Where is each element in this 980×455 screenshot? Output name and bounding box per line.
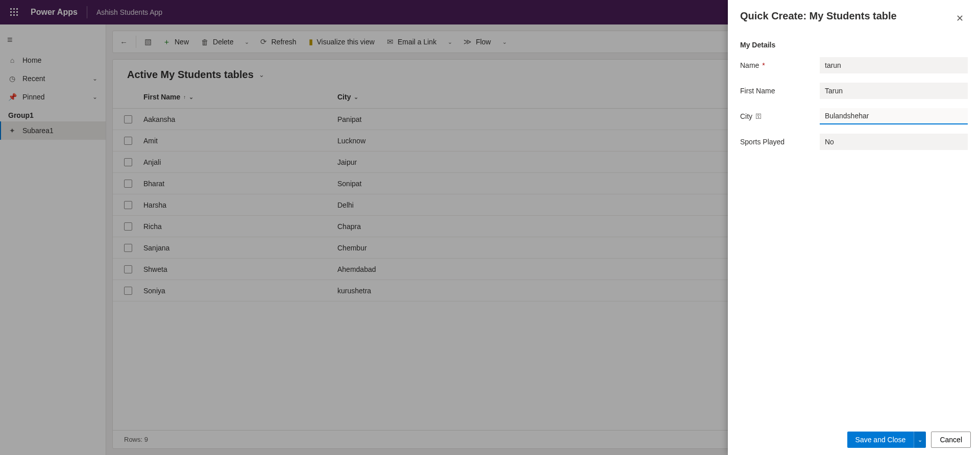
chevron-down-icon: ⌄	[244, 39, 249, 45]
cell-first-name: Bharat	[143, 180, 337, 188]
row-checkbox-cell[interactable]	[113, 180, 143, 188]
panel-section-label: My Details	[728, 31, 980, 52]
name-input[interactable]	[820, 57, 968, 73]
flow-button[interactable]: ≫ Flow	[458, 33, 496, 51]
select-all-cell[interactable]	[113, 89, 143, 105]
chevron-down-icon: ⌄	[92, 93, 97, 100]
cell-first-name: Shweta	[143, 265, 337, 273]
cell-first-name: Harsha	[143, 201, 337, 209]
name-label-text: Name	[740, 61, 759, 69]
checkbox[interactable]	[124, 137, 132, 145]
back-icon: ←	[120, 38, 128, 46]
visualize-label: Visualize this view	[317, 38, 375, 46]
nav-recent[interactable]: ◷ Recent ⌄	[0, 69, 106, 88]
svg-rect-5	[16, 11, 18, 13]
chevron-down-icon: ⌄	[354, 94, 358, 100]
row-checkbox-cell[interactable]	[113, 287, 143, 295]
city-label-text: City	[740, 112, 752, 120]
save-split-chev[interactable]: ⌄	[914, 432, 926, 448]
column-city-label: City	[337, 93, 351, 101]
row-checkbox-cell[interactable]	[113, 137, 143, 145]
nav-group-label: Group1	[0, 106, 106, 121]
svg-rect-2	[16, 8, 18, 10]
row-checkbox-cell[interactable]	[113, 158, 143, 166]
delete-split-chev[interactable]: ⌄	[240, 33, 253, 51]
email-link-label: Email a Link	[398, 38, 436, 46]
view-title: Active My Students tables	[127, 69, 254, 81]
cell-first-name: Anjali	[143, 158, 337, 166]
cancel-button[interactable]: Cancel	[931, 432, 971, 448]
back-button[interactable]: ←	[116, 33, 132, 51]
field-row-sports: Sports Played	[740, 134, 968, 150]
flow-split-chev[interactable]: ⌄	[498, 33, 511, 51]
checkbox[interactable]	[124, 287, 132, 295]
refresh-icon: ⟳	[260, 37, 267, 46]
row-checkbox-cell[interactable]	[113, 222, 143, 231]
app-title[interactable]: Power Apps	[31, 8, 78, 17]
field-row-first-name: First Name	[740, 83, 968, 99]
save-and-close-button[interactable]: Save and Close	[847, 432, 914, 448]
checkbox[interactable]	[124, 158, 132, 166]
required-asterisk: *	[762, 61, 765, 69]
field-row-city: City ⚿	[740, 108, 968, 124]
plus-icon: ＋	[163, 37, 170, 47]
column-header-first-name[interactable]: First Name ↑ ⌄	[143, 89, 337, 105]
nav-recent-label: Recent	[22, 74, 45, 83]
checkbox[interactable]	[124, 201, 132, 209]
refresh-button[interactable]: ⟳ Refresh	[255, 33, 301, 51]
flow-label: Flow	[476, 38, 491, 46]
quick-create-panel: Quick Create: My Students table ✕ My Det…	[728, 0, 980, 455]
checkbox[interactable]	[124, 180, 132, 188]
delete-button[interactable]: 🗑 Delete	[196, 33, 238, 51]
nav-pinned[interactable]: 📌 Pinned ⌄	[0, 88, 106, 106]
city-label: City ⚿	[740, 112, 820, 120]
sports-label: Sports Played	[740, 138, 820, 146]
pin-icon: 📌	[8, 93, 16, 101]
waffle-icon[interactable]	[6, 4, 22, 20]
svg-rect-7	[13, 14, 15, 16]
cell-first-name: Richa	[143, 222, 337, 231]
visualize-button[interactable]: ▮ Visualize this view	[304, 33, 380, 51]
sports-input[interactable]	[820, 134, 968, 150]
cell-first-name: Aakansha	[143, 115, 337, 123]
field-row-name: Name *	[740, 57, 968, 73]
checkbox[interactable]	[124, 265, 132, 273]
svg-rect-4	[13, 11, 15, 13]
email-link-button[interactable]: ✉ Email a Link	[382, 33, 442, 51]
panel-footer: Save and Close ⌄ Cancel	[728, 424, 980, 455]
column-first-label: First Name	[143, 93, 180, 101]
svg-rect-1	[13, 8, 15, 10]
flow-icon: ≫	[463, 37, 472, 46]
first-name-input[interactable]	[820, 83, 968, 99]
row-checkbox-cell[interactable]	[113, 265, 143, 273]
row-checkbox-cell[interactable]	[113, 244, 143, 252]
show-chart-button[interactable]: ▧	[140, 33, 156, 51]
delete-label: Delete	[213, 38, 233, 46]
refresh-label: Refresh	[271, 38, 296, 46]
cell-first-name: Soniya	[143, 287, 337, 295]
email-split-chev[interactable]: ⌄	[444, 33, 456, 51]
nav-pinned-label: Pinned	[22, 93, 45, 101]
clock-icon: ◷	[8, 74, 16, 83]
header-page-title[interactable]: Ashish Students App	[96, 8, 162, 16]
chevron-down-icon: ⌄	[259, 71, 264, 79]
nav-subarea1[interactable]: ✦ Subarea1	[0, 121, 106, 140]
header-divider	[87, 6, 87, 18]
panel-title: Quick Create: My Students table	[740, 10, 897, 22]
checkbox[interactable]	[124, 244, 132, 252]
command-sep	[136, 36, 136, 48]
nav-collapse-button[interactable]: ≡	[0, 29, 106, 51]
checkbox[interactable]	[124, 115, 132, 123]
sort-asc-icon: ↑	[183, 94, 186, 100]
nav-home[interactable]: ⌂ Home	[0, 51, 106, 69]
chart-icon: ▧	[144, 37, 152, 46]
first-name-label: First Name	[740, 87, 820, 95]
name-label: Name *	[740, 61, 820, 69]
row-checkbox-cell[interactable]	[113, 201, 143, 209]
checkbox[interactable]	[124, 222, 132, 231]
city-input[interactable]	[820, 108, 968, 124]
new-button[interactable]: ＋ New	[158, 33, 194, 51]
trash-icon: 🗑	[201, 38, 209, 46]
row-checkbox-cell[interactable]	[113, 115, 143, 123]
panel-close-button[interactable]: ✕	[951, 10, 968, 27]
